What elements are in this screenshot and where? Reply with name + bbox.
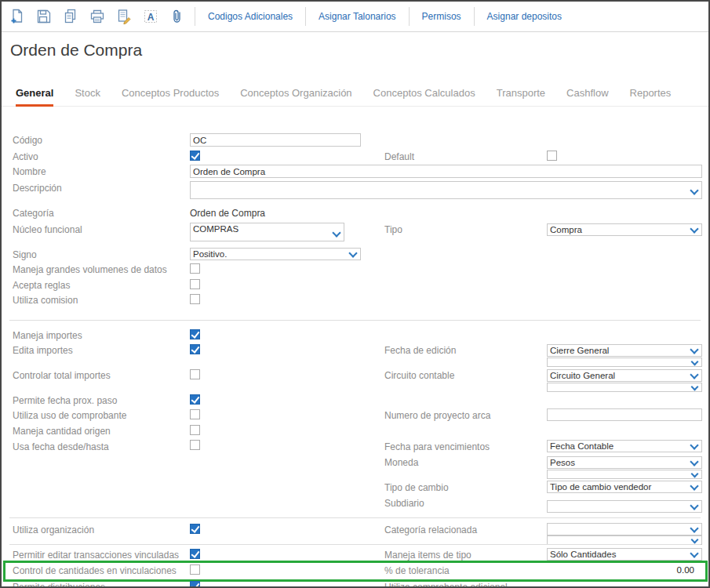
nombre-input[interactable]	[190, 165, 702, 178]
chevron-down-icon[interactable]	[690, 457, 698, 466]
activo-label: Activo	[13, 151, 38, 162]
maneja-importes-checkbox[interactable]	[190, 329, 200, 339]
chevron-down-icon[interactable]	[348, 249, 357, 257]
toolbar-link-asignar-depositos[interactable]: Asignar depositos	[474, 7, 574, 26]
permite-fecha-prox-paso-checkbox[interactable]	[190, 394, 200, 405]
numero-proyecto-arca-label: Numero de proyecto arca	[384, 410, 490, 421]
nombre-label: Nombre	[13, 166, 46, 177]
edita-importes-label: Edita importes	[13, 345, 73, 356]
chevron-down-icon[interactable]	[690, 501, 698, 510]
permitir-editar-transacciones-checkbox[interactable]	[190, 549, 200, 559]
tipo-value: Compra	[550, 225, 582, 234]
tab-general[interactable]: General	[16, 82, 53, 107]
default-label: Default	[384, 151, 414, 162]
maneja-grandes-volumenes-label: Maneja grandes volumenes de datos	[13, 264, 167, 275]
chevron-down-icon[interactable]	[691, 358, 699, 366]
chevron-down-icon[interactable]	[690, 524, 698, 532]
descripcion-select[interactable]	[190, 181, 702, 199]
activo-checkbox[interactable]	[190, 151, 200, 161]
chevron-down-icon[interactable]	[332, 228, 340, 237]
categoria-relacionada-select[interactable]	[547, 523, 702, 535]
chevron-down-icon[interactable]	[690, 345, 698, 354]
tab-conceptos-productos[interactable]: Conceptos Productos	[122, 82, 219, 107]
tolerancia-value[interactable]: 0.00	[677, 565, 694, 575]
maneja-cantidad-origen-checkbox[interactable]	[190, 425, 200, 435]
toolbar-links: Codigos Adicionales Asignar Talonarios P…	[195, 2, 574, 31]
subdiario-select[interactable]	[547, 500, 702, 513]
codigo-input[interactable]	[190, 133, 361, 147]
moneda-secondary-select[interactable]	[547, 470, 702, 479]
permite-distribuciones-checkbox[interactable]	[190, 581, 200, 588]
maneja-items-de-tipo-select[interactable]: Sólo Cantidades	[547, 548, 702, 561]
tab-reportes[interactable]: Reportes	[630, 82, 672, 107]
fecha-para-vencimientos-select[interactable]: Fecha Contable	[547, 440, 702, 452]
chevron-down-icon[interactable]	[690, 441, 698, 449]
fecha-edicion-value: Cierre General	[550, 346, 609, 355]
document-edit-button[interactable]	[113, 5, 135, 27]
chevron-down-icon[interactable]	[691, 383, 699, 391]
tab-conceptos-organizacion[interactable]: Conceptos Organización	[240, 82, 351, 107]
control-cantidades-vinculaciones-label: Control de cantidades en vinculaciones	[13, 565, 177, 576]
copy-icon	[63, 9, 78, 24]
utiliza-comision-checkbox[interactable]	[190, 294, 200, 304]
controlar-total-importes-checkbox[interactable]	[190, 369, 200, 379]
maneja-items-de-tipo-value: Sólo Cantidades	[550, 550, 616, 559]
utiliza-organizacion-label: Utiliza organización	[13, 524, 94, 535]
edita-importes-checkbox[interactable]	[190, 344, 200, 354]
chevron-down-icon[interactable]	[690, 224, 698, 233]
divider	[9, 544, 701, 545]
fecha-para-vencimientos-label: Fecha para vencimientos	[384, 441, 490, 452]
fecha-para-vencimientos-value: Fecha Contable	[550, 441, 614, 451]
signo-select[interactable]: Positivo.	[190, 248, 361, 260]
toolbar-link-codigos-adicionales[interactable]: Codigos Adicionales	[195, 7, 305, 26]
chevron-down-icon[interactable]	[690, 186, 698, 194]
tolerancia-label: % de tolerancia	[384, 565, 450, 576]
moneda-select[interactable]: Pesos	[547, 456, 702, 469]
utiliza-uso-comprobante-label: Utiliza uso de comprobante	[13, 410, 126, 421]
save-button[interactable]	[33, 5, 55, 27]
numero-proyecto-arca-input[interactable]	[547, 408, 702, 421]
nucleo-funcional-select[interactable]: COMPRAS	[190, 223, 344, 241]
new-document-button[interactable]	[6, 5, 28, 27]
font-button[interactable]: A	[140, 5, 162, 27]
control-cantidades-vinculaciones-checkbox[interactable]	[190, 564, 200, 575]
tab-stock[interactable]: Stock	[75, 82, 100, 107]
toolbar: A Codigos Adicionales Asignar Talonarios…	[2, 2, 708, 32]
tipo-de-cambio-value: Tipo de cambio vendedor	[550, 482, 651, 492]
attachment-button[interactable]	[166, 5, 188, 27]
svg-text:A: A	[147, 12, 155, 23]
app-window: A Codigos Adicionales Asignar Talonarios…	[0, 0, 710, 588]
maneja-grandes-volumenes-checkbox[interactable]	[190, 263, 200, 274]
circuito-contable-select[interactable]: Circuito General	[547, 369, 702, 382]
tab-cashflow[interactable]: Cashflow	[566, 82, 608, 107]
utiliza-uso-comprobante-checkbox[interactable]	[190, 409, 200, 419]
fecha-edicion-secondary-select[interactable]	[547, 358, 702, 367]
subdiario-label: Subdiario	[384, 498, 424, 509]
usa-fecha-desde-hasta-checkbox[interactable]	[190, 440, 200, 450]
chevron-down-icon[interactable]	[691, 536, 699, 544]
print-button[interactable]	[86, 5, 108, 27]
permite-distribuciones-label: Permite distribuciones	[13, 582, 105, 588]
tab-transporte[interactable]: Transporte	[497, 82, 545, 107]
document-edit-icon	[116, 9, 132, 24]
tab-conceptos-calculados[interactable]: Conceptos Calculados	[373, 82, 475, 107]
utiliza-organizacion-checkbox[interactable]	[190, 524, 200, 534]
toolbar-link-asignar-talonarios[interactable]: Asignar Talonarios	[305, 7, 409, 26]
permite-fecha-prox-paso-label: Permite fecha prox. paso	[13, 395, 117, 406]
acepta-reglas-checkbox[interactable]	[190, 279, 200, 289]
chevron-down-icon[interactable]	[690, 549, 698, 557]
tipo-de-cambio-select[interactable]: Tipo de cambio vendedor	[547, 481, 702, 493]
tipo-select[interactable]: Compra	[547, 223, 702, 236]
chevron-down-icon[interactable]	[690, 370, 698, 379]
fecha-edicion-select[interactable]: Cierre General	[547, 344, 702, 357]
circuito-contable-secondary-select[interactable]	[547, 383, 702, 392]
toolbar-link-permisos[interactable]: Permisos	[409, 7, 474, 26]
fecha-edicion-label: Fecha de edición	[384, 345, 456, 356]
moneda-label: Moneda	[384, 457, 418, 468]
default-checkbox[interactable]	[547, 151, 557, 161]
chevron-down-icon[interactable]	[691, 470, 699, 478]
tipo-de-cambio-label: Tipo de cambio	[384, 482, 449, 493]
categoria-relacionada-label: Categoría relacionada	[384, 524, 477, 535]
copy-button[interactable]	[60, 5, 82, 27]
chevron-down-icon[interactable]	[690, 481, 698, 490]
